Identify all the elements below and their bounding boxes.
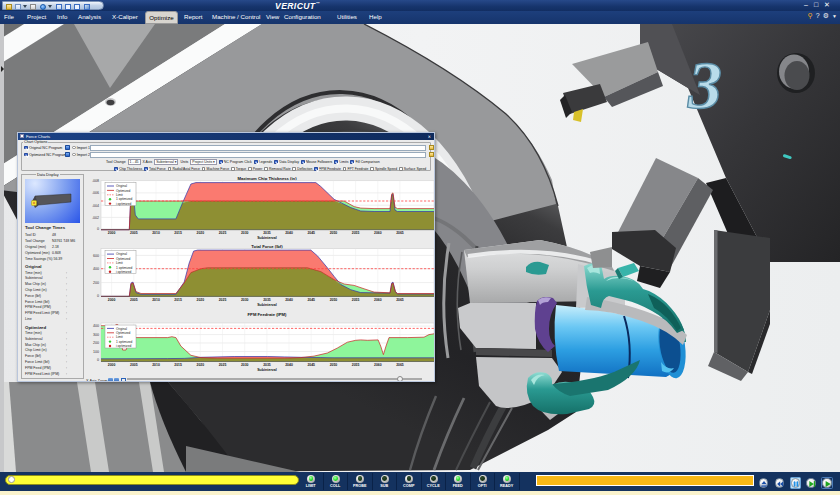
svg-text:2020: 2020 bbox=[197, 363, 205, 367]
svg-text:2025: 2025 bbox=[219, 363, 227, 367]
svg-text:Subinterval: Subinterval bbox=[257, 236, 277, 240]
svg-text:2020: 2020 bbox=[197, 231, 205, 235]
svg-text:Original: Original bbox=[116, 252, 127, 256]
svg-text:2025: 2025 bbox=[219, 298, 227, 302]
svg-text:2035: 2035 bbox=[263, 298, 271, 302]
svg-text:FPM Feedrate (IPM): FPM Feedrate (IPM) bbox=[248, 312, 287, 317]
svg-text:2000: 2000 bbox=[108, 363, 116, 367]
svg-text:.004: .004 bbox=[92, 204, 99, 208]
svg-text:200: 200 bbox=[93, 281, 99, 285]
svg-text:2015: 2015 bbox=[174, 298, 182, 302]
svg-text:2030: 2030 bbox=[241, 298, 249, 302]
svg-text:2040: 2040 bbox=[285, 298, 293, 302]
svg-text:Limit: Limit bbox=[116, 261, 123, 265]
svg-text:2035: 2035 bbox=[263, 231, 271, 235]
svg-text:2050: 2050 bbox=[330, 363, 338, 367]
svg-text:2015: 2015 bbox=[174, 363, 182, 367]
svg-text:2030: 2030 bbox=[241, 363, 249, 367]
svg-text:Total Force (lbf): Total Force (lbf) bbox=[251, 244, 283, 249]
svg-text:100: 100 bbox=[93, 350, 99, 354]
svg-text:2005: 2005 bbox=[130, 231, 138, 235]
svg-text:2010: 2010 bbox=[152, 363, 160, 367]
svg-text:2000: 2000 bbox=[108, 298, 116, 302]
svg-text:2065: 2065 bbox=[396, 231, 404, 235]
svg-text:.006: .006 bbox=[92, 191, 99, 195]
svg-text:Maximum Chip Thickness (in): Maximum Chip Thickness (in) bbox=[237, 176, 297, 181]
svg-text:1 optimized: 1 optimized bbox=[116, 197, 133, 201]
svg-text:2060: 2060 bbox=[374, 298, 382, 302]
svg-text:Subinterval: Subinterval bbox=[257, 368, 277, 372]
svg-text:2010: 2010 bbox=[152, 231, 160, 235]
svg-text:2035: 2035 bbox=[263, 363, 271, 367]
svg-text:Subinterval: Subinterval bbox=[257, 303, 277, 307]
svg-text:2055: 2055 bbox=[352, 298, 360, 302]
svg-text:2055: 2055 bbox=[352, 363, 360, 367]
svg-text:2025: 2025 bbox=[219, 231, 227, 235]
svg-text:2005: 2005 bbox=[130, 363, 138, 367]
svg-text:Limit: Limit bbox=[116, 193, 123, 197]
svg-text:2060: 2060 bbox=[374, 363, 382, 367]
svg-text:1 optimized: 1 optimized bbox=[116, 340, 133, 344]
svg-text:2010: 2010 bbox=[152, 298, 160, 302]
svg-text:2040: 2040 bbox=[285, 363, 293, 367]
svg-text:Original: Original bbox=[116, 184, 127, 188]
svg-text:Limit: Limit bbox=[116, 335, 123, 339]
svg-text:2005: 2005 bbox=[130, 298, 138, 302]
svg-text:0: 0 bbox=[97, 227, 99, 231]
svg-text:2050: 2050 bbox=[330, 298, 338, 302]
svg-text:0: 0 bbox=[97, 294, 99, 298]
svg-text:2045: 2045 bbox=[307, 231, 315, 235]
svg-text:400: 400 bbox=[93, 324, 99, 328]
svg-text:.008: .008 bbox=[92, 179, 99, 183]
svg-text:300: 300 bbox=[93, 333, 99, 337]
svg-text:2065: 2065 bbox=[396, 298, 404, 302]
svg-text:2055: 2055 bbox=[352, 231, 360, 235]
svg-text:i optimized: i optimized bbox=[116, 344, 131, 348]
svg-text:i optimized: i optimized bbox=[116, 202, 131, 206]
svg-text:2060: 2060 bbox=[374, 231, 382, 235]
svg-text:2000: 2000 bbox=[108, 231, 116, 235]
svg-text:200: 200 bbox=[93, 341, 99, 345]
svg-text:2045: 2045 bbox=[307, 363, 315, 367]
svg-text:600: 600 bbox=[93, 254, 99, 258]
svg-text:Optimized: Optimized bbox=[116, 189, 131, 193]
svg-text:2020: 2020 bbox=[197, 298, 205, 302]
svg-text:2050: 2050 bbox=[330, 231, 338, 235]
svg-text:Optimized: Optimized bbox=[116, 257, 131, 261]
svg-text:3: 3 bbox=[687, 47, 722, 123]
svg-text:Optimized: Optimized bbox=[116, 331, 131, 335]
svg-text:2065: 2065 bbox=[396, 363, 404, 367]
svg-text:2040: 2040 bbox=[285, 231, 293, 235]
svg-text:400: 400 bbox=[93, 267, 99, 271]
svg-text:2015: 2015 bbox=[174, 231, 182, 235]
svg-text:i optimized: i optimized bbox=[116, 270, 131, 274]
svg-text:1 optimized: 1 optimized bbox=[116, 266, 133, 270]
svg-text:Original: Original bbox=[116, 327, 127, 331]
svg-text:2045: 2045 bbox=[307, 298, 315, 302]
svg-text:0: 0 bbox=[97, 358, 99, 362]
svg-text:.002: .002 bbox=[92, 216, 99, 220]
svg-text:2030: 2030 bbox=[241, 231, 249, 235]
